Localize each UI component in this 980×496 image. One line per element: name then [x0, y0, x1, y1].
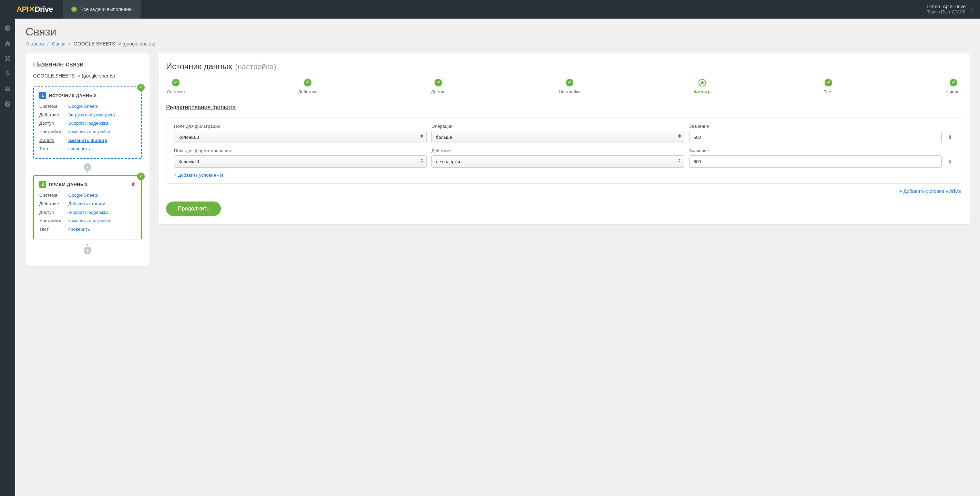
field-select-1[interactable]: Колонка J: [174, 155, 426, 168]
filter-section-title: Редактирование фильтра: [166, 104, 961, 111]
step-system[interactable]: Система: [166, 79, 185, 94]
sidenav-home[interactable]: [0, 37, 15, 50]
dest-access-link[interactable]: Support Поддержка: [68, 208, 108, 217]
value-input-1[interactable]: [689, 155, 942, 168]
status-bar: Все задачи выполнены: [63, 0, 141, 19]
check-icon: [137, 84, 145, 91]
stepper: Система Действие Доступ Настройки Фильтр…: [166, 79, 961, 94]
value-label: Значение: [689, 124, 942, 129]
source-filter-link[interactable]: изменить фильтр: [68, 137, 108, 145]
step-test[interactable]: Тест: [823, 79, 834, 94]
add-step-button[interactable]: +: [84, 163, 91, 171]
source-block: 1 ИСТОЧНИК ДАННЫХ СистемаGoogle Sheets Д…: [33, 86, 142, 159]
breadcrumb-home[interactable]: Главная: [25, 41, 44, 46]
dest-action-link[interactable]: Добавить строчку: [68, 200, 105, 208]
field-select-0[interactable]: Колонка J: [174, 131, 426, 143]
account-plan: Тариф |Тест ДРАЙВ|: [927, 10, 967, 15]
step-finish[interactable]: Финиш: [945, 79, 961, 94]
plus-icon: +: [174, 173, 177, 178]
step-filter[interactable]: Фильтр: [693, 79, 711, 94]
value-label: Значение: [689, 148, 942, 153]
step-settings[interactable]: Настройки: [558, 79, 581, 94]
connector-end: ▼ +: [33, 242, 142, 256]
block-number: 1: [39, 92, 46, 99]
step-access[interactable]: Доступ: [430, 79, 446, 94]
field-filter-label: Поле для фильтрации: [174, 124, 426, 129]
trash-icon[interactable]: [131, 181, 136, 188]
page-title: Связи: [25, 25, 970, 38]
check-icon: [137, 173, 145, 180]
status-text: Все задачи выполнены: [80, 6, 132, 12]
connector: + ▼: [33, 162, 142, 175]
operation-select-0[interactable]: больше: [431, 131, 684, 143]
source-system-link[interactable]: Google Sheets: [68, 102, 98, 111]
sidenav-help[interactable]: [0, 97, 15, 111]
topbar: API✕Drive Все задачи выполнены Demo_ApiX…: [0, 0, 980, 19]
source-access-link[interactable]: Support Поддержка: [68, 119, 108, 128]
sidenav-toggle[interactable]: [0, 21, 15, 35]
action-label: Действие: [431, 148, 684, 153]
operation-select-1[interactable]: не содержит: [431, 155, 684, 168]
value-input-0[interactable]: [689, 131, 942, 143]
chevron-down-icon: ▾: [971, 6, 973, 12]
left-section-title: Название связи: [33, 60, 142, 68]
check-icon: [71, 6, 77, 12]
breadcrumb: Главная / Связи / GOOGLE SHEETS -> (goog…: [25, 41, 970, 46]
add-step-button[interactable]: +: [84, 246, 91, 254]
source-action-link[interactable]: Загрузить строки (все): [68, 111, 115, 119]
operation-label: Операция: [431, 124, 684, 129]
dest-system-link[interactable]: Google Sheets: [68, 191, 98, 200]
destination-block: 2 ПРИЕМ ДАННЫХ СистемаGoogle Sheets Дейс…: [33, 175, 142, 239]
trash-icon[interactable]: [947, 131, 953, 143]
sidenav: [0, 19, 15, 272]
filter-box: Поле для фильтрации Колонка J Операция б…: [166, 117, 961, 184]
source-test-link[interactable]: проверить: [68, 145, 90, 153]
logo[interactable]: API✕Drive: [0, 0, 63, 19]
main-title: Источник данных: [166, 62, 232, 71]
source-settings-link[interactable]: изменить настройки: [68, 128, 110, 137]
field-format-label: Поле для форматирования: [174, 148, 426, 153]
continue-button[interactable]: Продолжить: [166, 202, 221, 216]
block-title: ПРИЕМ ДАННЫХ: [49, 182, 88, 187]
trash-icon[interactable]: [947, 155, 953, 168]
chevron-down-icon: ▼: [86, 243, 89, 246]
block-number: 2: [39, 181, 46, 188]
add-and-condition-button[interactable]: +Добавить условие «И»: [174, 173, 953, 178]
account-name: Demo_ApiX-Drive: [927, 3, 967, 10]
sidenav-briefcase[interactable]: [0, 82, 15, 96]
block-title: ИСТОЧНИК ДАННЫХ: [49, 93, 97, 98]
connection-name-input[interactable]: [33, 72, 142, 81]
breadcrumb-current: GOOGLE SHEETS -> (google sheets): [74, 41, 156, 46]
dest-test-link[interactable]: проверить: [68, 225, 90, 234]
breadcrumb-links[interactable]: Связи: [52, 41, 65, 46]
sidenav-billing[interactable]: [0, 67, 15, 81]
chevron-down-icon: ▼: [86, 170, 89, 174]
dest-settings-link[interactable]: изменить настройки: [68, 217, 110, 225]
add-or-condition-button[interactable]: + Добавить условие «ИЛИ»: [166, 188, 961, 194]
account-menu[interactable]: Demo_ApiX-Drive Тариф |Тест ДРАЙВ| ▾: [920, 3, 980, 15]
step-action[interactable]: Действие: [298, 79, 318, 94]
main-subtitle: (настройка): [235, 62, 276, 71]
sidenav-connections[interactable]: [0, 52, 15, 65]
